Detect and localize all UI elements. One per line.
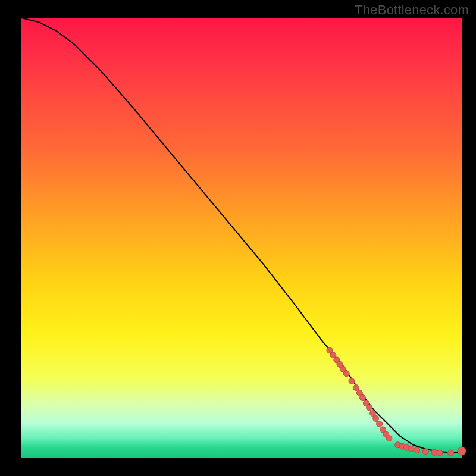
scatter-point [349, 378, 355, 384]
scatter-point [360, 395, 366, 401]
scatter-point [386, 436, 392, 441]
scatter-point [448, 450, 454, 456]
scatter-point [458, 447, 466, 455]
chart-stage: TheBottleneck.com [0, 0, 476, 476]
scatter-point [370, 411, 376, 416]
bottleneck-chart [0, 0, 476, 476]
scatter-point [367, 405, 372, 411]
scatter-point [414, 447, 420, 453]
scatter-point [408, 446, 414, 452]
scatter-point [437, 450, 443, 456]
scatter-point [343, 371, 349, 377]
scatter-point [422, 449, 428, 455]
scatter-point [373, 415, 379, 421]
scatter-point [377, 421, 383, 427]
scatter-point [353, 385, 359, 391]
watermark-text: TheBottleneck.com [355, 2, 469, 18]
